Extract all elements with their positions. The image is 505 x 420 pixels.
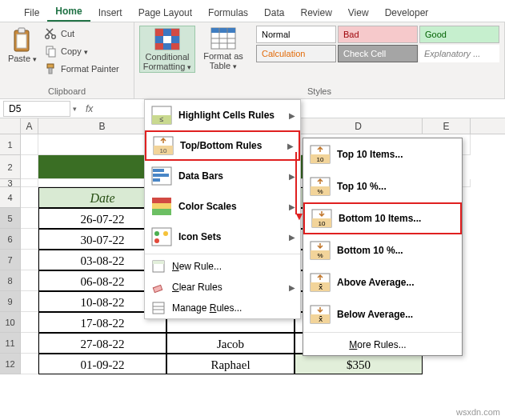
svg-rect-13 [155,36,163,43]
tab-view[interactable]: View [340,3,377,22]
table-cell[interactable]: 01-09-22 [38,354,166,374]
menu-highlight-cells-rules[interactable]: ≤ Highlight Cells Rules▶ [145,100,300,130]
menu-top-10-items[interactable]: 10 Top 10 Items... [303,138,462,170]
svg-rect-10 [155,29,163,36]
menu-bottom-10-percent[interactable]: % Bottom 10 %... [303,234,462,266]
tab-insert[interactable]: Insert [90,3,130,22]
col-a[interactable]: A [21,118,38,134]
row-hdr-10[interactable]: 10 [0,312,21,333]
svg-rect-14 [163,36,171,43]
svg-rect-11 [163,29,171,36]
menu-new-rule[interactable]: New Rule... [145,256,300,277]
row-hdr-6[interactable]: 6 [0,229,21,250]
svg-point-3 [46,35,50,39]
copy-icon [45,45,58,58]
menu-data-bars[interactable]: Data Bars▶ [145,161,300,191]
menu-clear-rules[interactable]: Clear Rules▶ [145,277,300,298]
table-cell[interactable]: 27-08-22 [38,333,166,354]
table-cell[interactable]: Raphael [166,354,295,374]
paste-button[interactable]: Paste ▾ [5,26,40,63]
eraser-icon [151,280,166,294]
svg-text:10: 10 [317,156,324,163]
menu-top-bottom-rules[interactable]: 10 Top/Bottom Rules▶ [145,130,300,161]
format-painter-button[interactable]: Format Painter [43,61,121,77]
menu-manage-rules[interactable]: Manage Rules... [145,298,300,318]
cut-button[interactable]: Cut [43,26,121,42]
table-cell[interactable]: $350 [295,354,423,374]
conditional-formatting-button[interactable]: Conditional Formatting ▾ [139,26,195,73]
group-clipboard: Paste ▾ Cut Copy ▾ Format Painter Clipbo… [0,22,134,98]
svg-rect-6 [49,49,55,57]
top-percent-icon: % [310,177,331,196]
row-hdr-2[interactable]: 2 [0,155,21,179]
row-hdr-4[interactable]: 4 [0,187,21,208]
row-hdr-8[interactable]: 8 [0,270,21,291]
menu-bottom-10-items[interactable]: 10 Bottom 10 Items... [303,202,462,234]
clipboard-icon [11,27,34,53]
top-items-icon: 10 [310,145,331,164]
group-styles-label: Styles [134,85,504,98]
style-calculation[interactable]: Calculation [256,45,336,62]
tab-home[interactable]: Home [47,2,90,22]
copy-button[interactable]: Copy ▾ [43,43,121,59]
tab-formulas[interactable]: Formulas [200,3,256,22]
row-hdr-12[interactable]: 12 [0,354,21,374]
menu-color-scales[interactable]: Color Scales▶ [145,191,300,222]
watermark: wsxdn.com [456,407,500,417]
svg-rect-43 [153,261,164,264]
col-e[interactable]: E [423,118,471,134]
svg-rect-18 [171,43,179,50]
tab-file[interactable]: File [16,3,47,22]
svg-rect-2 [17,34,26,48]
fx-icon[interactable]: fx [79,103,99,114]
style-normal[interactable]: Normal [256,26,336,43]
format-as-table-button[interactable]: Format as Table ▾ [195,26,251,71]
style-bad[interactable]: Bad [338,26,418,43]
svg-rect-38 [152,228,171,246]
menu-above-average[interactable]: x̄ Above Average... [303,266,462,298]
svg-text:%: % [317,188,323,195]
svg-point-41 [154,238,159,243]
ribbon-tabs: File Home Insert Page Layout Formulas Da… [0,0,505,22]
tab-page-layout[interactable]: Page Layout [130,3,200,22]
row-hdr-9[interactable]: 9 [0,291,21,312]
menu-icon-sets[interactable]: Icon Sets▶ [145,222,300,252]
svg-rect-8 [49,68,52,74]
top-bottom-submenu: 10 Top 10 Items... % Top 10 %... 10 Bott… [303,138,463,356]
svg-rect-12 [171,29,179,36]
col-d[interactable]: D [295,118,423,134]
style-good[interactable]: Good [419,26,499,43]
tab-developer[interactable]: Developer [377,3,437,22]
svg-rect-37 [152,209,171,215]
svg-rect-44 [153,285,162,292]
paste-label: Paste ▾ [8,54,37,63]
scissors-icon [45,27,58,40]
select-all-corner[interactable] [0,118,21,134]
svg-rect-33 [153,174,169,177]
menu-more-rules[interactable]: More Rules... [303,334,462,355]
row-hdr-3[interactable]: 3 [0,179,21,187]
group-styles: Conditional Formatting ▾ Format as Table… [134,22,505,98]
style-check-cell[interactable]: Check Cell [338,45,418,62]
svg-rect-45 [153,302,164,314]
top-bottom-icon: 10 [153,136,174,155]
cell-styles-gallery[interactable]: Normal Bad Calculation Check Cell [256,26,418,62]
table-cell[interactable]: Jacob [166,333,295,354]
color-scales-icon [151,197,172,216]
svg-rect-34 [153,178,160,182]
conditional-formatting-menu: ≤ Highlight Cells Rules▶ 10 Top/Bottom R… [144,99,301,319]
tab-review[interactable]: Review [292,3,339,22]
menu-top-10-percent[interactable]: % Top 10 %... [303,170,462,202]
tab-data[interactable]: Data [256,3,292,22]
menu-below-average[interactable]: x̄ Below Average... [303,298,462,330]
row-hdr-1[interactable]: 1 [0,134,21,155]
style-explanatory[interactable]: Explanatory ... [419,45,499,62]
paintbrush-icon [45,62,58,75]
name-box[interactable] [3,101,70,117]
namebox-dropdown-icon[interactable]: ▾ [70,105,79,113]
row-hdr-11[interactable]: 11 [0,333,21,354]
row-hdr-5[interactable]: 5 [0,208,21,229]
row-hdr-7[interactable]: 7 [0,250,21,270]
svg-rect-7 [47,64,54,68]
svg-rect-32 [153,169,164,172]
